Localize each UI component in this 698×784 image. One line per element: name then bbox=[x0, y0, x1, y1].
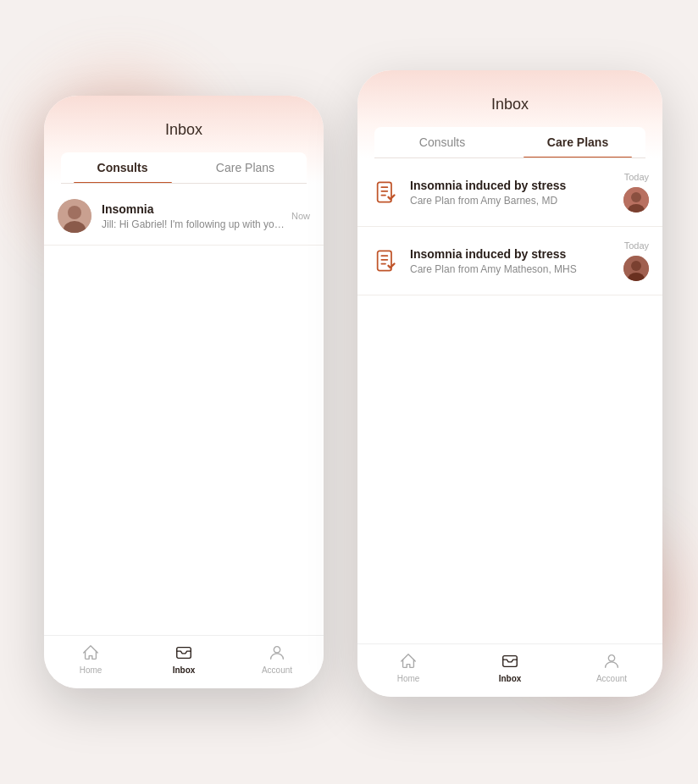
care-plan-icon-1 bbox=[371, 178, 400, 207]
nav-account-back[interactable]: Account bbox=[230, 643, 324, 675]
tab-care-plans-front[interactable]: Care Plans bbox=[510, 127, 645, 157]
nav-account-back-label: Account bbox=[262, 665, 292, 675]
nav-home-front[interactable]: Home bbox=[357, 651, 459, 683]
message-time: Now bbox=[291, 211, 310, 221]
message-title: Insomnia bbox=[102, 202, 285, 216]
svg-point-14 bbox=[608, 655, 614, 661]
inbox-icon bbox=[174, 643, 194, 663]
nav-account-front[interactable]: Account bbox=[561, 651, 662, 683]
care-right-2: Today bbox=[623, 240, 649, 281]
phone-front-title: Inbox bbox=[374, 96, 645, 127]
message-preview: Jill: Hi Gabriel! I'm following up with … bbox=[102, 218, 285, 230]
home-icon-front bbox=[398, 651, 418, 671]
svg-point-7 bbox=[631, 192, 641, 202]
care-title-2: Insomnia induced by stress bbox=[410, 247, 617, 261]
care-avatar-1 bbox=[623, 187, 649, 213]
phone-front: Inbox Consults Care Plans bbox=[357, 70, 662, 697]
care-right-1: Today bbox=[623, 172, 649, 213]
svg-rect-3 bbox=[177, 648, 191, 659]
account-icon bbox=[267, 643, 287, 663]
phone-back-bottom-nav: Home Inbox Account bbox=[44, 635, 324, 688]
phone-front-header: Inbox Consults Care Plans bbox=[357, 70, 662, 158]
care-content-1: Insomnia induced by stress Care Plan fro… bbox=[410, 179, 617, 207]
svg-point-11 bbox=[631, 261, 641, 271]
care-avatar-2 bbox=[623, 256, 649, 281]
account-icon-front bbox=[601, 651, 622, 671]
care-plan-icon-2 bbox=[371, 246, 400, 275]
message-content: Insomnia Jill: Hi Gabriel! I'm following… bbox=[102, 202, 285, 230]
tab-consults-back[interactable]: Consults bbox=[61, 152, 184, 183]
nav-inbox-back[interactable]: Inbox bbox=[137, 643, 230, 675]
phone-front-tab-bar: Consults Care Plans bbox=[374, 127, 645, 158]
svg-point-1 bbox=[68, 206, 81, 219]
tab-consults-front[interactable]: Consults bbox=[374, 127, 510, 157]
care-time-2: Today bbox=[624, 240, 649, 251]
phone-back: Inbox Consults Care Plans bbox=[44, 96, 324, 688]
nav-home-back[interactable]: Home bbox=[44, 643, 137, 675]
message-list-back: Insomnia Jill: Hi Gabriel! I'm following… bbox=[44, 184, 324, 249]
care-item-2[interactable]: Insomnia induced by stress Care Plan fro… bbox=[357, 227, 662, 295]
care-subtitle-1: Care Plan from Amy Barnes, MD bbox=[410, 195, 617, 207]
inbox-icon-front bbox=[500, 651, 520, 671]
care-title-1: Insomnia induced by stress bbox=[410, 179, 617, 192]
phone-front-bottom-nav: Home Inbox Account bbox=[357, 643, 662, 697]
scene: Inbox Consults Care Plans bbox=[19, 28, 679, 756]
phone-back-header: Inbox Consults Care Plans bbox=[44, 96, 324, 184]
care-content-2: Insomnia induced by stress Care Plan fro… bbox=[410, 247, 617, 275]
care-item-1[interactable]: Insomnia induced by stress Care Plan fro… bbox=[357, 158, 662, 227]
avatar-insomnia bbox=[58, 199, 91, 233]
svg-point-4 bbox=[274, 647, 280, 653]
tab-care-plans-back[interactable]: Care Plans bbox=[184, 152, 307, 183]
nav-home-back-label: Home bbox=[80, 665, 102, 675]
care-time-1: Today bbox=[624, 172, 649, 182]
nav-account-front-label: Account bbox=[596, 674, 627, 683]
nav-home-front-label: Home bbox=[397, 674, 420, 683]
phone-back-title: Inbox bbox=[61, 121, 307, 152]
message-item-insomnia[interactable]: Insomnia Jill: Hi Gabriel! I'm following… bbox=[44, 187, 324, 246]
nav-inbox-back-label: Inbox bbox=[173, 665, 196, 675]
nav-inbox-front-label: Inbox bbox=[499, 674, 522, 683]
svg-rect-13 bbox=[503, 656, 518, 667]
care-subtitle-2: Care Plan from Amy Matheson, MHS bbox=[410, 263, 617, 275]
care-plans-list: Insomnia induced by stress Care Plan fro… bbox=[357, 158, 662, 295]
nav-inbox-front[interactable]: Inbox bbox=[459, 651, 561, 683]
phone-back-tab-bar: Consults Care Plans bbox=[61, 152, 307, 184]
home-icon bbox=[80, 643, 101, 663]
